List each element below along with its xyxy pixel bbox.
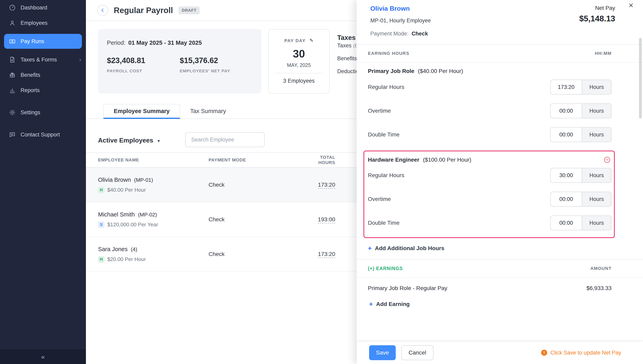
secondary-job-rate: ($100.00 Per Hour)	[423, 156, 471, 163]
hours-unit-label: Hours	[582, 216, 611, 230]
earnings-header: (+) EARNINGS AMOUNT	[357, 260, 643, 277]
edit-pencil-icon[interactable]: ✎	[309, 38, 313, 43]
page-title: Regular Payroll	[114, 6, 173, 15]
employee-name-link[interactable]: Olivia Brown	[370, 5, 431, 12]
hour-row-overtime: Overtime Hours	[368, 187, 611, 211]
period-value: 01 May 2025 - 31 May 2025	[128, 40, 202, 46]
secondary-job-name: Hardware Engineer	[368, 156, 419, 163]
sidebar-item-pay-runs[interactable]: Pay Runs	[4, 34, 82, 49]
sidebar-item-reports[interactable]: Reports	[0, 83, 86, 98]
primary-job-rate: ($40.00 Per Hour)	[418, 68, 463, 74]
tax-row-label: Benefits	[337, 56, 357, 62]
employee-meta: MP-01, Hourly Employee	[370, 18, 431, 24]
taxes-forms-icon	[9, 56, 16, 63]
sidebar-item-label: Settings	[21, 110, 40, 116]
hour-row-overtime: Overtime Hours	[357, 99, 643, 123]
sidebar-collapse-button[interactable]: «	[0, 350, 86, 364]
sidebar-item-taxes-forms[interactable]: Taxes & Forms ›	[0, 52, 86, 67]
sidebar-item-dashboard[interactable]: Dashboard	[0, 0, 86, 15]
employee-count: 3 Employees	[269, 78, 329, 84]
sidebar-item-label: Taxes & Forms	[21, 57, 57, 63]
hours-input-group: Hours	[550, 216, 611, 230]
hour-row-label: Regular Hours	[368, 172, 404, 178]
hhmm-label: HH:MM	[595, 51, 611, 56]
total-hours-cell: 193:00	[302, 216, 335, 223]
hours-unit-label: Hours	[582, 192, 611, 206]
pay-day-label: PAY DAY	[284, 38, 306, 43]
total-hours-link[interactable]: 173:20	[318, 182, 335, 189]
tab-tax-summary[interactable]: Tax Summary	[180, 104, 236, 118]
col-total-hours: TOTAL HOURS	[302, 155, 335, 165]
summary-amounts: $23,408.81 PAYROLL COST $15,376.62 EMPLO…	[107, 56, 253, 73]
back-button[interactable]	[97, 5, 108, 16]
chat-icon	[9, 131, 16, 138]
cancel-button[interactable]: Cancel	[401, 345, 433, 360]
sidebar-item-label: Contact Support	[21, 132, 60, 138]
sidebar-item-contact-support[interactable]: Contact Support	[0, 127, 86, 142]
primary-job-title: Primary Job Role ($40.00 Per Hour)	[357, 68, 643, 74]
sidebar-item-label: Employees	[21, 20, 48, 26]
drawer-net-pay-block: Net Pay $5,148.13	[579, 5, 615, 24]
warning-text: Click Save to update Net Pay	[550, 350, 621, 356]
total-hours-link[interactable]: 193:00	[318, 216, 335, 223]
scrollbar-thumb[interactable]	[639, 38, 642, 118]
close-icon[interactable]: ×	[629, 1, 633, 10]
save-button[interactable]: Save	[369, 345, 396, 360]
period-line: Period: 01 May 2025 - 31 May 2025	[107, 40, 253, 46]
payroll-cost-label: PAYROLL COST	[107, 68, 180, 73]
payment-mode-cell: Check	[209, 251, 302, 258]
hours-input-group: Hours	[550, 192, 611, 206]
divider	[357, 62, 643, 63]
hour-row-label: Overtime	[368, 196, 391, 202]
primary-job-name: Primary Job Role	[368, 68, 414, 74]
hours-input-group: Hours	[550, 168, 611, 183]
sidebar-group-gap	[0, 120, 86, 127]
sidebar-group-gap	[0, 98, 86, 105]
search-employee-input[interactable]	[191, 137, 263, 143]
secondary-job-title: Hardware Engineer ($100.00 Per Hour)	[368, 156, 611, 164]
add-additional-job-hours-button[interactable]: + Add Additional Job Hours	[368, 244, 643, 252]
overtime-hours-input[interactable]	[550, 192, 582, 206]
tab-employee-summary[interactable]: Employee Summary	[103, 104, 180, 119]
total-hours-link[interactable]: 173:20	[318, 251, 335, 258]
employee-rate: $20.00 Per Hour	[107, 256, 146, 262]
add-earning-button[interactable]: + Add Earning	[369, 300, 643, 308]
net-pay-value: $15,376.62	[180, 56, 253, 65]
net-pay-block: $15,376.62 EMPLOYEES' NET PAY	[180, 56, 253, 73]
double-time-hours-input[interactable]	[550, 216, 582, 230]
collapse-chevron-icon: «	[41, 353, 45, 360]
sidebar-nav: Dashboard Employees Pay Runs Taxes & For…	[0, 0, 86, 142]
remove-job-minus-icon[interactable]	[603, 156, 611, 164]
sidebar: Dashboard Employees Pay Runs Taxes & For…	[0, 0, 86, 364]
earnings-label: (+) EARNINGS	[368, 266, 403, 271]
active-employees-label: Active Employees	[98, 137, 153, 144]
employee-name: Sara Jones	[98, 246, 128, 252]
hour-row-regular: Regular Hours Hours	[357, 75, 643, 99]
drawer-footer: Save Cancel ! Click Save to update Net P…	[357, 341, 643, 364]
hourly-badge: H	[98, 187, 105, 193]
sidebar-item-employees[interactable]: Employees	[0, 15, 86, 31]
col-payment-mode: PAYMENT MODE	[209, 158, 302, 163]
chevron-right-icon: ›	[79, 57, 81, 63]
employees-icon	[9, 20, 16, 26]
sidebar-item-label: Pay Runs	[21, 38, 44, 44]
net-pay-value: $5,148.13	[579, 14, 615, 23]
active-employees-dropdown[interactable]: Active Employees ▾	[98, 137, 160, 144]
overtime-hours-input[interactable]	[550, 104, 582, 118]
hour-row-label: Double Time	[368, 220, 400, 226]
sidebar-item-benefits[interactable]: Benefits	[0, 67, 86, 83]
employee-search-combobox[interactable]	[185, 132, 265, 147]
sidebar-item-settings[interactable]: Settings	[0, 105, 86, 120]
hours-unit-label: Hours	[582, 104, 611, 118]
pay-day-header: PAY DAY ✎	[269, 36, 329, 44]
pay-day-card: PAY DAY ✎ 30 MAY, 2025 3 Employees	[268, 29, 330, 94]
plus-icon: +	[368, 244, 372, 252]
employee-cell: Sara Jones (4) H $20.00 Per Hour	[98, 246, 209, 262]
period-summary-card: Period: 01 May 2025 - 31 May 2025 $23,40…	[98, 29, 261, 94]
salary-badge: S	[98, 222, 105, 228]
regular-hours-input[interactable]	[550, 80, 582, 94]
amount-label: AMOUNT	[590, 266, 611, 271]
regular-hours-input[interactable]	[550, 168, 582, 183]
double-time-hours-input[interactable]	[550, 127, 582, 142]
hours-input-group: Hours	[550, 80, 611, 94]
